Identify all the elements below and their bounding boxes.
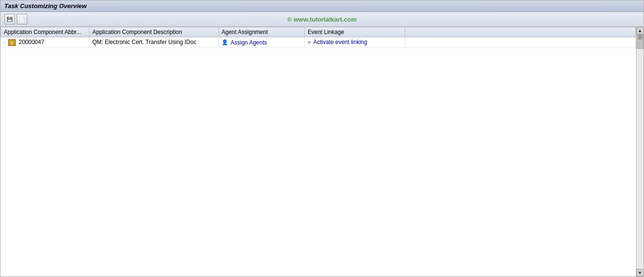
cell-extra (405, 37, 636, 48)
content-area: Application Component Abbr... Applicatio… (0, 27, 644, 277)
main-window: Task Customizing Overview 💾 📄 © www.tuto… (0, 0, 644, 277)
window-title: Task Customizing Overview (4, 2, 87, 10)
toolbar-icon-1: 💾 (7, 17, 12, 22)
col-header-desc: Application Component Description (89, 27, 219, 37)
scroll-grip-3 (638, 38, 642, 39)
toolbar-btn-2[interactable]: 📄 (17, 14, 27, 24)
assign-agents-link[interactable]: Assign Agents (231, 39, 267, 46)
title-bar: Task Customizing Overview (0, 0, 644, 12)
agent-cell-content: 👤 Assign Agents (222, 39, 267, 46)
scroll-grip-2 (638, 37, 642, 38)
table-row: · Σ 20000047 QM: Electronic Cert. Transf… (1, 37, 636, 48)
data-table: Application Component Abbr... Applicatio… (0, 27, 636, 48)
event-icon: » (308, 39, 311, 45)
col-header-event: Event Linkage (305, 27, 405, 37)
scroll-thumb[interactable] (637, 34, 644, 49)
task-icon: Σ (8, 39, 16, 46)
col-header-extra (405, 27, 636, 37)
toolbar: 💾 📄 © www.tutorialkart.com (0, 12, 644, 27)
event-cell-content: » Activate event linking (308, 39, 367, 45)
scroll-down-button[interactable]: ▼ (636, 269, 644, 277)
toolbar-btn-1[interactable]: 💾 (4, 14, 15, 24)
scroll-track[interactable] (636, 34, 644, 269)
activate-event-link[interactable]: Activate event linking (313, 39, 367, 45)
row-marker: · (4, 39, 5, 45)
scroll-up-icon: ▲ (638, 29, 642, 33)
cell-abbr: · Σ 20000047 (1, 37, 89, 48)
watermark: © www.tutorialkart.com (288, 16, 357, 23)
abbr-value: 20000047 (19, 39, 44, 45)
col-header-abbr: Application Component Abbr... (1, 27, 89, 37)
scroll-up-button[interactable]: ▲ (636, 27, 644, 34)
scroll-grip-1 (638, 35, 642, 36)
cell-agent: 👤 Assign Agents (219, 37, 305, 48)
agent-icon: 👤 (222, 39, 229, 46)
toolbar-icon-2: 📄 (19, 17, 25, 22)
col-header-agent: Agent Assignment (219, 27, 305, 37)
cell-desc: QM: Electronic Cert. Transfer Using IDoc (89, 37, 219, 48)
scroll-down-icon: ▼ (638, 271, 642, 275)
scrollbar-right: ▲ ▼ (636, 27, 644, 277)
cell-event: » Activate event linking (305, 37, 405, 48)
main-content: Application Component Abbr... Applicatio… (0, 27, 636, 277)
